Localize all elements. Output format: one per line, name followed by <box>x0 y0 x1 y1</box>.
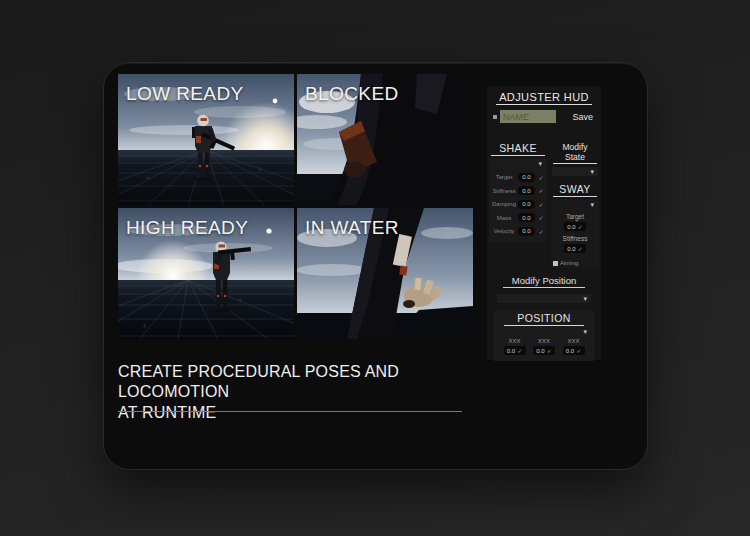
shake-row-mass: Mass 0.0 ✓ <box>492 213 545 222</box>
adjuster-hud-panel: ADJUSTER HUD Save SHAKE ▾ Target 0.0 ✓ <box>487 86 601 360</box>
sway-target-value-field[interactable]: 0.0 ✓ <box>564 222 586 231</box>
sway-dropdown[interactable]: ▾ <box>553 200 597 209</box>
position-section: POSITION ▾ XXX 0.0 ✓ XXX 0.0 ✓ <box>494 310 594 361</box>
check-icon[interactable]: ✓ <box>537 228 545 235</box>
lens-flare-dot <box>273 99 278 104</box>
viewport-high-ready: HIGH READY <box>118 208 294 339</box>
check-icon: ✓ <box>578 245 583 252</box>
shake-row-target: Target 0.0 ✓ <box>492 173 545 182</box>
modify-state-header: Modify State <box>553 142 597 164</box>
name-input[interactable] <box>500 110 556 123</box>
checkbox-icon[interactable] <box>553 261 558 266</box>
lens-flare-dot <box>266 228 271 233</box>
caption: CREATE PROCEDURAL POSES AND LOCOMOTION A… <box>118 362 483 423</box>
axis-3-value-field[interactable]: 0.0 ✓ <box>563 346 585 355</box>
position-axis-3: XXX 0.0 ✓ <box>563 338 585 355</box>
shake-row-damping: Damping 0.0 ✓ <box>492 200 545 209</box>
velocity-value-field[interactable]: 0.0 <box>518 227 535 236</box>
floor <box>118 280 294 339</box>
sway-stiffness-label: Stiffness <box>553 235 597 242</box>
check-icon: ✓ <box>517 347 522 354</box>
shake-dropdown[interactable]: ▾ <box>491 159 545 168</box>
shake-section: SHAKE ▾ Target 0.0 ✓ Stiffness 0.0 ✓ <box>489 142 547 268</box>
axis-2-value-field[interactable]: 0.0 ✓ <box>533 346 555 355</box>
name-row: Save <box>493 110 595 123</box>
damping-value-field[interactable]: 0.0 <box>518 200 535 209</box>
aiming-checkbox[interactable]: Aiming <box>553 260 597 266</box>
mass-value-field[interactable]: 0.0 <box>518 213 535 222</box>
viewport-label-low-ready: LOW READY <box>126 83 244 105</box>
shake-header: SHAKE <box>491 142 545 156</box>
position-axis-1: XXX 0.0 ✓ <box>504 338 526 355</box>
viewport-label-high-ready: HIGH READY <box>126 217 248 239</box>
save-button[interactable]: Save <box>570 112 595 122</box>
chevron-down-icon[interactable]: ▾ <box>583 328 587 335</box>
modify-state-sway-section: Modify State ▾ SWAY ▾ Target 0.0 ✓ <box>551 142 599 268</box>
aiming-label: Aiming <box>560 260 578 266</box>
sway-target-label: Target <box>553 213 597 220</box>
position-header: POSITION <box>504 312 584 326</box>
check-icon: ✓ <box>578 223 583 230</box>
check-icon[interactable]: ✓ <box>537 214 545 221</box>
shake-row-stiffness: Stiffness 0.0 ✓ <box>492 186 545 195</box>
modify-position-underline <box>503 287 585 288</box>
chevron-down-icon[interactable]: ▾ <box>538 160 542 167</box>
viewport-label-blocked: BLOCKED <box>305 83 399 105</box>
hud-title-underline <box>496 104 592 105</box>
viewport-label-in-water: IN WATER <box>305 217 399 239</box>
check-icon: ✓ <box>576 347 581 354</box>
check-icon: ✓ <box>547 347 552 354</box>
tablet-frame: LOW READY <box>103 62 648 470</box>
chevron-down-icon: ▾ <box>590 168 594 175</box>
caption-line1: CREATE PROCEDURAL POSES AND LOCOMOTION <box>118 362 483 403</box>
position-axis-2: XXX 0.0 ✓ <box>533 338 555 355</box>
sway-stiffness-value-field[interactable]: 0.0 ✓ <box>564 244 586 253</box>
bullet-icon <box>493 115 497 119</box>
viewport-blocked: BLOCKED <box>297 74 473 205</box>
caption-underline <box>118 411 462 412</box>
viewport-low-ready: LOW READY <box>118 74 294 205</box>
target-value-field[interactable]: 0.0 <box>518 173 535 182</box>
check-icon[interactable]: ✓ <box>537 187 545 194</box>
chevron-down-icon: ▾ <box>583 295 587 302</box>
check-icon[interactable]: ✓ <box>537 174 545 181</box>
stiffness-value-field[interactable]: 0.0 <box>518 186 535 195</box>
caption-line2: AT RUNTIME <box>118 403 483 423</box>
sway-header: SWAY <box>553 183 597 197</box>
axis-1-value-field[interactable]: 0.0 ✓ <box>504 346 526 355</box>
viewport-in-water: IN WATER <box>297 208 473 339</box>
modify-state-dropdown[interactable]: ▾ <box>551 166 599 177</box>
check-icon[interactable]: ✓ <box>537 201 545 208</box>
viewport-grid: LOW READY <box>118 74 473 339</box>
hud-title: ADJUSTER HUD <box>487 91 601 103</box>
modify-position-dropdown[interactable]: ▾ <box>496 293 592 304</box>
chevron-down-icon[interactable]: ▾ <box>590 201 594 208</box>
position-dropdown[interactable]: ▾ <box>496 327 592 336</box>
modify-position-header: Modify Position <box>487 275 601 286</box>
shake-row-velocity: Velocity 0.0 ✓ <box>492 227 545 236</box>
